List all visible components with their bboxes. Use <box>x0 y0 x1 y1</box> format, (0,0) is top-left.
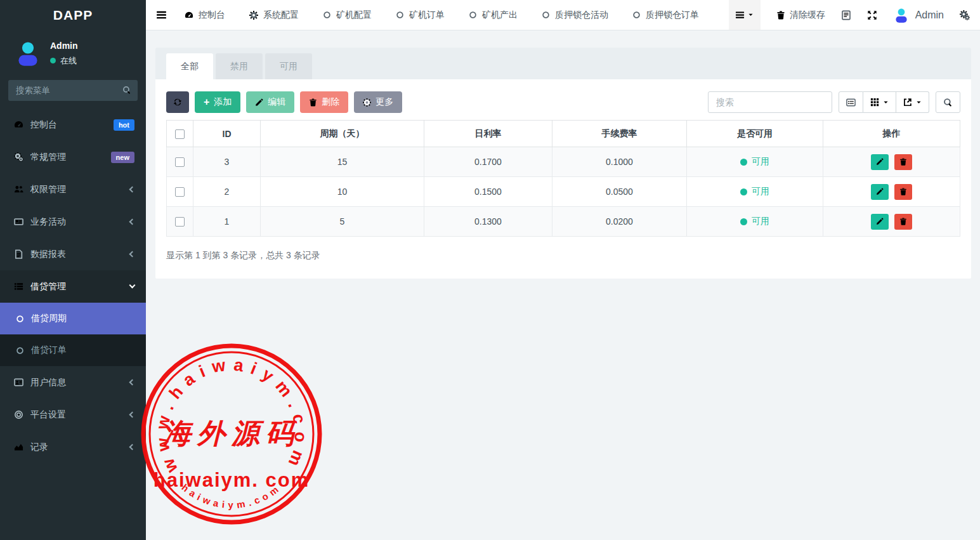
sidebar-item-business[interactable]: 业务活动 <box>0 206 146 238</box>
tab-all[interactable]: 全部 <box>166 53 213 79</box>
pencil-icon <box>876 158 884 166</box>
grid-icon <box>870 98 879 107</box>
topnav-system-config[interactable]: 系统配置 <box>249 10 299 21</box>
more-button[interactable]: 更多 <box>354 91 402 113</box>
sidebar-item-lending[interactable]: 借贷管理 <box>0 270 146 303</box>
tabs-bar: 全部 禁用 可用 <box>155 48 971 79</box>
topbar-user-menu[interactable]: Admin <box>893 7 944 23</box>
row-edit-button[interactable] <box>871 214 889 230</box>
file-icon <box>14 249 23 259</box>
topnav-dashboard[interactable]: 控制台 <box>185 10 225 21</box>
pencil-icon <box>255 98 263 107</box>
topnav-miner-orders[interactable]: 矿机订单 <box>396 10 445 21</box>
user-name: Admin <box>50 41 78 51</box>
chevron-left-icon <box>129 251 136 258</box>
table-header-row: ID 周期（天） 日利率 手续费率 是否可用 操作 <box>167 121 960 147</box>
row-delete-button[interactable] <box>894 214 912 230</box>
cell-fee-rate: 0.1000 <box>552 147 687 177</box>
settings-cogs-icon[interactable] <box>960 10 970 20</box>
search-icon <box>943 98 953 107</box>
sidebar-item-dashboard[interactable]: 控制台 hot <box>0 109 146 141</box>
data-panel: 全部 禁用 可用 + 添加 编辑 删除 <box>155 48 971 279</box>
row-checkbox[interactable] <box>175 157 185 167</box>
caret-down-icon <box>883 100 889 105</box>
delete-button[interactable]: 删除 <box>300 91 348 113</box>
trash-icon <box>776 11 785 20</box>
export-button[interactable] <box>896 91 929 113</box>
sidebar: DAPP Admin 在线 控制台 hot 常规管理 new 权限管理 <box>0 0 146 540</box>
table-row: 2 10 0.1500 0.0500 可用 <box>167 177 960 207</box>
translation-book-icon[interactable] <box>841 10 851 20</box>
sidebar-item-lending-period[interactable]: 借贷周期 <box>0 303 146 334</box>
cell-period: 15 <box>261 147 424 177</box>
circle-icon <box>396 11 404 19</box>
row-checkbox[interactable] <box>175 187 185 197</box>
columns-button[interactable] <box>863 91 896 113</box>
topnav-staking-activity[interactable]: 质押锁仓活动 <box>542 10 608 21</box>
row-checkbox[interactable] <box>175 217 185 227</box>
status-badge: 可用 <box>740 156 769 168</box>
row-edit-button[interactable] <box>871 184 889 200</box>
bullseye-icon <box>14 410 23 419</box>
search-icon[interactable] <box>122 86 131 95</box>
search-button[interactable] <box>936 91 960 113</box>
topnav-miner-output[interactable]: 矿机产出 <box>469 10 518 21</box>
cell-period: 10 <box>261 177 424 207</box>
row-delete-button[interactable] <box>894 184 912 200</box>
sidebar-item-lending-orders[interactable]: 借贷订单 <box>0 334 146 366</box>
trash-icon <box>899 158 907 166</box>
users-icon <box>14 185 23 194</box>
clear-cache-button[interactable]: 清除缓存 <box>776 10 825 21</box>
select-all-checkbox[interactable] <box>175 129 185 139</box>
circle-icon <box>16 315 24 323</box>
sidebar-item-reports[interactable]: 数据报表 <box>0 238 146 270</box>
edit-button[interactable]: 编辑 <box>246 91 294 113</box>
tab-disabled[interactable]: 禁用 <box>216 53 263 79</box>
sidebar-item-user-info[interactable]: 用户信息 <box>0 366 146 398</box>
topnav-miner-config[interactable]: 矿机配置 <box>323 10 372 21</box>
records-table: ID 周期（天） 日利率 手续费率 是否可用 操作 3 15 0.1700 0 <box>166 120 960 237</box>
tachometer-icon <box>185 11 193 20</box>
sidebar-item-platform-settings[interactable]: 平台设置 <box>0 398 146 431</box>
cogs-icon <box>14 152 23 162</box>
detail-view-button[interactable] <box>839 91 863 113</box>
row-delete-button[interactable] <box>894 154 912 170</box>
refresh-button[interactable] <box>166 91 189 113</box>
trash-icon <box>309 98 317 107</box>
tab-available[interactable]: 可用 <box>265 53 312 79</box>
pencil-icon <box>876 188 884 195</box>
gear-icon <box>249 11 258 20</box>
main-content: 全部 禁用 可用 + 添加 编辑 删除 <box>146 30 980 540</box>
sidebar-item-general[interactable]: 常规管理 new <box>0 141 146 173</box>
column-header-id: ID <box>193 121 261 147</box>
fullscreen-icon[interactable] <box>867 10 877 20</box>
hamburger-icon[interactable] <box>156 10 167 20</box>
circle-icon <box>469 11 477 19</box>
refresh-icon <box>173 98 182 107</box>
caret-down-icon <box>916 100 922 105</box>
table-row: 1 5 0.1300 0.0200 可用 <box>167 207 960 237</box>
circle-icon <box>323 11 331 19</box>
export-icon <box>903 98 912 107</box>
topbar-username: Admin <box>915 10 944 21</box>
sidebar-item-permissions[interactable]: 权限管理 <box>0 173 146 206</box>
circle-icon <box>632 11 641 19</box>
add-button[interactable]: + 添加 <box>195 91 240 113</box>
table-search-input[interactable] <box>708 91 832 113</box>
avatar <box>893 7 910 23</box>
caret-down-icon <box>748 12 754 18</box>
topnav-staking-orders[interactable]: 质押锁仓订单 <box>632 10 699 21</box>
user-status: 在线 <box>50 55 78 67</box>
column-header-fee-rate: 手续费率 <box>552 121 687 147</box>
circle-icon <box>16 346 24 355</box>
cell-fee-rate: 0.0500 <box>552 177 687 207</box>
sidebar-item-records[interactable]: 记录 <box>0 431 146 463</box>
table-row: 3 15 0.1700 0.1000 可用 <box>167 147 960 177</box>
app-brand: DAPP <box>0 0 146 30</box>
trash-icon <box>899 188 907 195</box>
tab-list-dropdown[interactable] <box>729 0 761 30</box>
chevron-left-icon <box>129 219 136 225</box>
plus-icon: + <box>204 97 209 107</box>
row-edit-button[interactable] <box>871 154 889 170</box>
sidebar-search-input[interactable] <box>8 80 138 101</box>
